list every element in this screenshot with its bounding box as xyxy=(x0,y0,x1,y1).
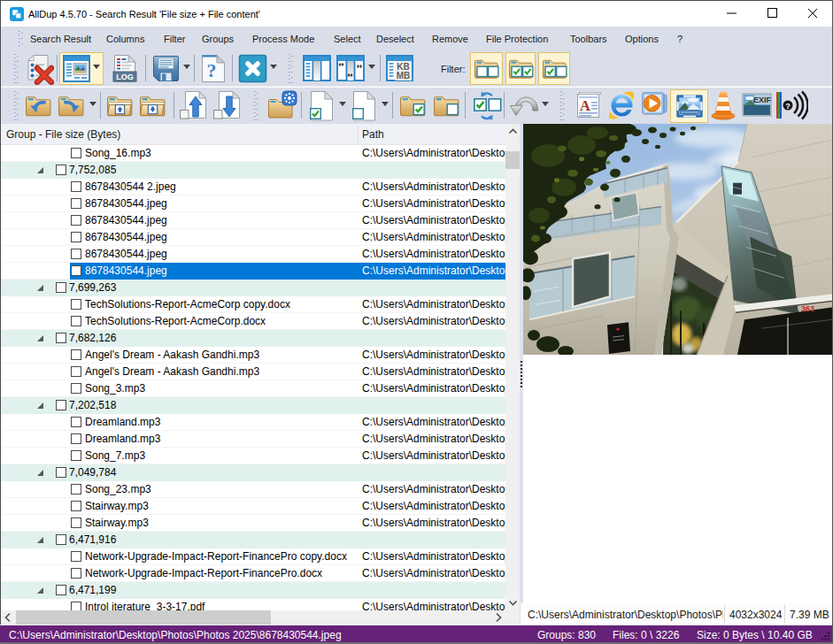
svg-text:LOG: LOG xyxy=(116,73,134,81)
svg-text:A: A xyxy=(580,97,591,114)
svg-text:?: ? xyxy=(207,59,217,81)
svg-text:MB: MB xyxy=(397,71,411,80)
svg-text:363: 363 xyxy=(801,304,814,313)
svg-text:?: ? xyxy=(785,102,791,111)
svg-text:EXIF: EXIF xyxy=(753,96,772,104)
